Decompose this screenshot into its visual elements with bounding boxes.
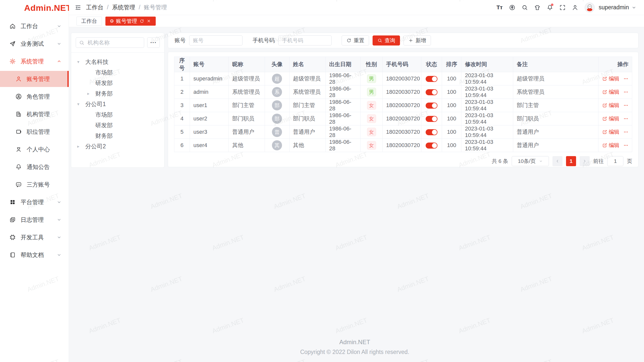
cell-seq: 5 [174, 125, 190, 139]
user-avatar[interactable] [585, 3, 595, 13]
add-button[interactable]: 新增 [404, 35, 431, 46]
status-toggle[interactable] [426, 89, 437, 95]
table-row: 1 superadmin 超级管理员 超 超级管理员 1986-06-28 男 … [174, 72, 632, 85]
tree-node[interactable]: ▾ 分公司1 [76, 99, 160, 109]
status-toggle[interactable] [426, 116, 437, 122]
chevron-down-icon[interactable] [631, 5, 636, 10]
breadcrumb-item[interactable]: 工作台 [86, 4, 103, 11]
page-number-button[interactable]: 1 [566, 156, 576, 166]
sidebar-item-help-docs[interactable]: 帮助文档 [0, 247, 69, 263]
cell-phone: 18020030720 [382, 99, 421, 112]
edit-icon [602, 89, 607, 95]
theme-icon[interactable] [532, 3, 543, 13]
cell-name: 系统管理员 [289, 85, 326, 99]
status-toggle[interactable] [426, 143, 437, 149]
fullscreen-icon[interactable] [557, 3, 568, 13]
search-icon[interactable] [519, 3, 530, 13]
sidebar-item-third-party-account[interactable]: 三方账号 [0, 176, 69, 193]
tree-node[interactable]: 研发部 [76, 120, 160, 130]
status-toggle[interactable] [426, 103, 437, 109]
gender-tag: 女 [367, 101, 376, 110]
cell-account: user2 [190, 112, 228, 125]
font-size-icon[interactable]: Tт [494, 3, 505, 13]
tree-more-button[interactable]: ··· [147, 37, 160, 48]
tab-workbench[interactable]: 工作台 [76, 17, 102, 26]
cell-account: user3 [190, 125, 228, 139]
person-center-icon [15, 146, 22, 153]
tab-close-icon[interactable] [147, 19, 151, 23]
edit-button[interactable]: 编辑 [602, 75, 619, 82]
sidebar-item-personal-center[interactable]: 个人中心 [0, 141, 69, 157]
row-more-button[interactable] [623, 116, 628, 121]
cell-birthdate: 1986-06-28 [326, 125, 360, 139]
prev-page-button[interactable] [552, 156, 562, 166]
row-more-button[interactable] [623, 129, 628, 134]
caret-icon[interactable]: ▸ [77, 144, 85, 149]
cell-account: admin [190, 85, 228, 99]
table-row: 5 user3 普通用户 普 普通用户 1986-06-28 女 1802003… [174, 125, 632, 139]
tree-node[interactable]: 市场部 [76, 67, 160, 78]
username[interactable]: superadmin [599, 4, 629, 11]
reset-button[interactable]: 重置 [342, 35, 369, 46]
gender-tag: 男 [367, 88, 376, 96]
account-input[interactable] [189, 35, 243, 46]
sidebar-item-dev-tools[interactable]: 开发工具 [0, 229, 69, 245]
breadcrumb: 工作台 / 系统管理 / 账号管理 [86, 4, 167, 11]
caret-icon[interactable]: ▾ [77, 59, 85, 65]
sidebar-item-platform-management[interactable]: 平台管理 [0, 194, 69, 210]
cell-name: 普通用户 [289, 125, 326, 139]
caret-icon[interactable]: ▾ [77, 102, 85, 107]
phone-input[interactable] [278, 35, 332, 46]
chevron-down-icon [57, 252, 62, 257]
row-more-button[interactable] [623, 143, 628, 148]
cell-mtime: 2023-01-03 10:59:44 [461, 99, 513, 112]
sidebar-item-workbench[interactable]: 工作台 [0, 18, 69, 34]
status-toggle[interactable] [426, 129, 437, 135]
sidebar-item-log-management[interactable]: 日志管理 [0, 212, 69, 228]
notification-icon[interactable] [544, 3, 555, 13]
status-toggle[interactable] [426, 76, 437, 82]
cell-remark: 超级管理员 [513, 72, 598, 85]
language-icon[interactable] [507, 3, 518, 13]
edit-button[interactable]: 编辑 [602, 128, 619, 135]
tree-node[interactable]: ▸ 分公司2 [76, 141, 160, 152]
row-more-button[interactable] [623, 89, 628, 95]
edit-button[interactable]: 编辑 [602, 88, 619, 96]
tab-account-management[interactable]: 账号管理 [105, 17, 156, 26]
org-search-input[interactable] [76, 37, 144, 48]
tab-refresh-icon[interactable] [140, 19, 144, 23]
next-page-button[interactable] [580, 156, 590, 166]
toggle-knob [432, 143, 437, 148]
row-more-button[interactable] [623, 103, 628, 108]
tree-node[interactable]: 市场部 [76, 109, 160, 120]
edit-button[interactable]: 编辑 [602, 142, 619, 149]
edit-button[interactable]: 编辑 [602, 115, 619, 122]
sidebar-item-business-test[interactable]: 业务测试 [0, 36, 69, 52]
cell-name: 其他 [289, 139, 326, 152]
tree-node[interactable]: ▸ 财务部 [76, 88, 160, 99]
query-button[interactable]: 查询 [373, 35, 400, 46]
goto-page-input[interactable] [607, 156, 623, 166]
sidebar-item-notice[interactable]: 通知公告 [0, 159, 69, 175]
sidebar-item-role-management[interactable]: 角色管理 [0, 88, 69, 105]
profile-icon[interactable] [570, 3, 581, 13]
sidebar-item-org-management[interactable]: 机构管理 [0, 106, 69, 122]
cell-name: 部门职员 [289, 112, 326, 125]
menu-fold-icon[interactable] [73, 3, 83, 12]
accounts-table: 序号 账号 昵称 头像 姓名 出生日期 性别 手机号码 状态 排序 修改时间 [174, 57, 632, 152]
sidebar-item-system-management[interactable]: 系统管理 [0, 53, 69, 69]
page-size-select[interactable]: 10条/页 [512, 156, 549, 166]
sidebar-item-position-management[interactable]: 职位管理 [0, 124, 69, 140]
more-dots-icon [623, 129, 628, 134]
caret-icon[interactable]: ▸ [87, 91, 95, 96]
tab-bar: 工作台 账号管理 [69, 15, 644, 27]
tree-node[interactable]: ▾ 大名科技 [76, 57, 160, 67]
breadcrumb-item[interactable]: 系统管理 [112, 4, 135, 11]
toggle-knob [432, 116, 437, 121]
row-more-button[interactable] [623, 76, 628, 81]
tree-node[interactable]: 研发部 [76, 78, 160, 88]
edit-button[interactable]: 编辑 [602, 102, 619, 109]
tree-node[interactable]: 财务部 [76, 130, 160, 141]
plus-icon [408, 38, 413, 43]
sidebar-item-account-management[interactable]: 账号管理 [0, 71, 69, 87]
